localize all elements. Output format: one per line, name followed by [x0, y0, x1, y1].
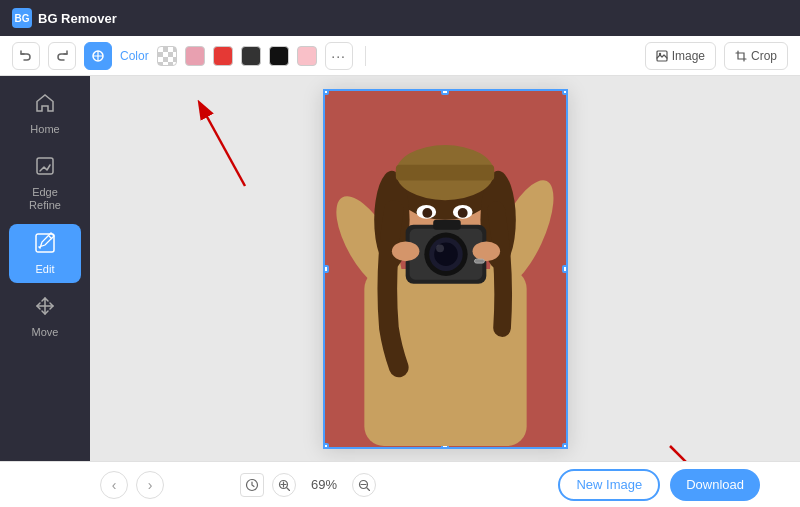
new-image-button[interactable]: New Image: [558, 469, 660, 501]
sidebar-item-edit-label: Edit: [36, 263, 55, 275]
sidebar-item-edge-label: EdgeRefine: [29, 186, 61, 212]
color-swatch-black[interactable]: [269, 46, 289, 66]
image-button[interactable]: Image: [645, 42, 716, 70]
svg-rect-3: [37, 158, 53, 174]
svg-point-18: [457, 208, 467, 218]
logo-icon: BG: [12, 8, 32, 28]
move-icon: [34, 295, 56, 322]
transparent-swatch[interactable]: [157, 46, 177, 66]
zoom-in-button[interactable]: [272, 473, 296, 497]
color-mode-button[interactable]: [84, 42, 112, 70]
bottom-bar: ‹ › 69% New Image Download: [0, 461, 800, 507]
svg-point-27: [391, 241, 419, 261]
main-area: Home EdgeRefine Edit Move: [0, 76, 800, 461]
app-logo: BG BG Remover: [12, 8, 117, 28]
zoom-out-button[interactable]: [352, 473, 376, 497]
prev-button[interactable]: ‹: [100, 471, 128, 499]
edge-refine-icon: [34, 155, 56, 182]
app-title: BG Remover: [38, 11, 117, 26]
person-image: [325, 91, 566, 447]
action-buttons: New Image Download: [558, 469, 760, 501]
svg-rect-29: [474, 259, 484, 263]
sidebar-item-edit[interactable]: Edit: [9, 224, 81, 283]
svg-point-16: [422, 208, 432, 218]
reset-zoom-button[interactable]: [240, 473, 264, 497]
toolbar: Color ··· Image Crop: [0, 36, 800, 76]
color-swatch-red[interactable]: [213, 46, 233, 66]
crop-button[interactable]: Crop: [724, 42, 788, 70]
color-swatch-pink[interactable]: [185, 46, 205, 66]
svg-line-32: [670, 446, 730, 461]
home-icon: [34, 92, 56, 119]
image-frame[interactable]: [323, 89, 568, 449]
toolbar-divider: [365, 46, 366, 66]
svg-rect-14: [395, 164, 493, 180]
sidebar-item-edge-refine[interactable]: EdgeRefine: [9, 147, 81, 220]
toolbar-right: Image Crop: [645, 42, 788, 70]
zoom-level: 69%: [304, 477, 344, 492]
sidebar-item-home-label: Home: [30, 123, 59, 135]
nav-buttons: ‹ ›: [100, 471, 164, 499]
redo-button[interactable]: [48, 42, 76, 70]
download-button[interactable]: Download: [670, 469, 760, 501]
svg-point-25: [436, 244, 444, 252]
sidebar-item-home[interactable]: Home: [9, 84, 81, 143]
svg-point-28: [472, 241, 500, 261]
sidebar: Home EdgeRefine Edit Move: [0, 76, 90, 461]
zoom-controls: 69%: [240, 473, 376, 497]
app-container: BG BG Remover Color ··· Image: [0, 0, 800, 507]
canvas-area: [90, 76, 800, 461]
canvas-workspace: [90, 76, 800, 461]
color-swatch-dark[interactable]: [241, 46, 261, 66]
undo-button[interactable]: [12, 42, 40, 70]
sidebar-item-move[interactable]: Move: [9, 287, 81, 346]
sidebar-item-move-label: Move: [32, 326, 59, 338]
color-label: Color: [120, 49, 149, 63]
more-options-button[interactable]: ···: [325, 42, 353, 70]
titlebar: BG BG Remover: [0, 0, 800, 36]
edit-icon: [34, 232, 56, 259]
next-button[interactable]: ›: [136, 471, 164, 499]
color-swatch-lightpink[interactable]: [297, 46, 317, 66]
svg-line-31: [200, 104, 245, 186]
svg-rect-26: [433, 219, 461, 229]
svg-rect-4: [36, 234, 54, 252]
